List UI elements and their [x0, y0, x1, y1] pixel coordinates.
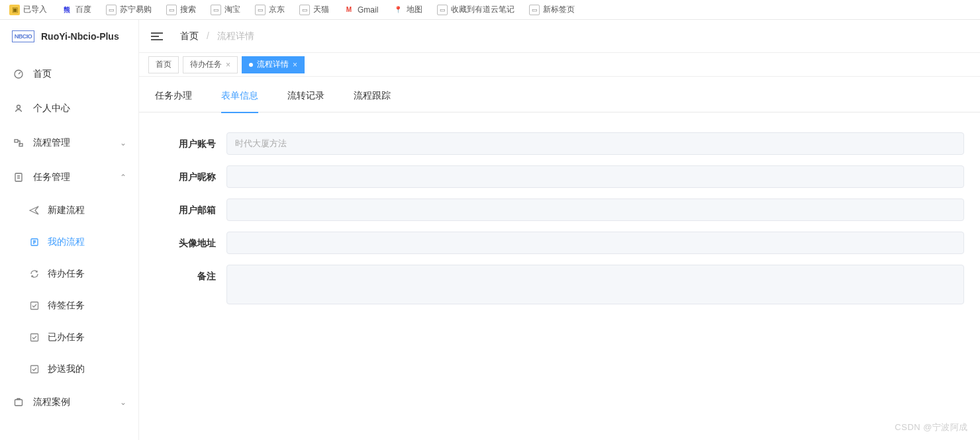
- check-icon: [29, 300, 40, 311]
- page-icon: ▭: [299, 5, 310, 15]
- form-row-3: 头像地址: [155, 232, 964, 254]
- bookmark-item[interactable]: ▣已导入: [4, 2, 52, 18]
- sidebar-item-3[interactable]: 任务管理⌃: [0, 160, 138, 195]
- my-icon: [29, 237, 40, 247]
- sidebar-subitem-4[interactable]: 已办任务: [0, 322, 138, 353]
- folder-icon: ▣: [9, 5, 20, 15]
- inner-tab-3[interactable]: 流程跟踪: [354, 89, 391, 112]
- flow-icon: [13, 138, 24, 148]
- view-tab-0[interactable]: 首页: [148, 56, 179, 73]
- form-row-4: 备注: [155, 265, 964, 304]
- form-label: 用户邮箱: [155, 198, 226, 221]
- maps-icon: 📍: [393, 5, 403, 15]
- page-icon: ▭: [437, 5, 448, 15]
- bookmark-label: 天猫: [313, 4, 329, 15]
- form-input-0[interactable]: [226, 132, 964, 155]
- svg-rect-4: [15, 173, 22, 181]
- bookmark-item[interactable]: ▭天猫: [294, 2, 334, 18]
- bookmark-item[interactable]: ▭苏宁易购: [101, 2, 157, 18]
- bookmark-label: Gmail: [358, 5, 378, 15]
- bookmark-item[interactable]: 熊百度: [56, 2, 97, 18]
- submenu: 新建流程我的流程待办任务待签任务已办任务抄送我的: [0, 195, 138, 385]
- user-icon: [13, 103, 24, 114]
- sidebar-subitem-3[interactable]: 待签任务: [0, 290, 138, 322]
- check-icon: [29, 364, 40, 374]
- form-input-4[interactable]: [226, 265, 964, 304]
- svg-point-1: [17, 105, 21, 109]
- browser-bookmark-bar: ▣已导入熊百度▭苏宁易购▭搜索▭淘宝▭京东▭天猫MGmail📍地图▭收藏到有道云…: [0, 0, 980, 20]
- sidebar-item-4[interactable]: 流程案例⌄: [0, 385, 138, 419]
- page-icon: ▭: [106, 5, 117, 15]
- sidebar-subitem-5[interactable]: 抄送我的: [0, 353, 138, 385]
- page-icon: ▭: [211, 5, 221, 15]
- view-tabs-bar: 首页待办任务×流程详情×: [139, 53, 980, 77]
- bookmark-label: 京东: [269, 4, 285, 15]
- top-nav: 首页 / 流程详情: [139, 20, 980, 53]
- case-icon: [13, 397, 24, 408]
- chevron-up-icon: ⌃: [120, 173, 126, 182]
- close-icon[interactable]: ×: [293, 60, 297, 69]
- sidebar-item-label: 首页: [33, 68, 52, 80]
- form-input-3[interactable]: [226, 232, 964, 254]
- page-icon: ▭: [529, 5, 540, 15]
- brand[interactable]: NBCIO RuoYi-Nbcio-Plus: [0, 20, 138, 53]
- sidebar-subitem-label: 新建流程: [48, 204, 85, 216]
- sidebar-subitem-label: 我的流程: [48, 236, 85, 248]
- close-icon[interactable]: ×: [226, 60, 230, 69]
- app-root: NBCIO RuoYi-Nbcio-Plus 首页个人中心流程管理⌄任务管理⌃新…: [0, 20, 980, 440]
- bookmark-item[interactable]: MGmail: [338, 2, 383, 18]
- check-icon: [29, 332, 40, 343]
- bookmark-item[interactable]: ▭新标签页: [524, 2, 580, 18]
- bookmark-label: 收藏到有道云笔记: [451, 4, 514, 15]
- form-label: 头像地址: [155, 232, 226, 254]
- bookmark-item[interactable]: ▭京东: [250, 2, 290, 18]
- sidebar-item-1[interactable]: 个人中心: [0, 91, 138, 126]
- inner-tab-0[interactable]: 任务办理: [155, 89, 192, 112]
- form-row-1: 用户昵称: [155, 165, 964, 188]
- bookmark-label: 已导入: [23, 4, 47, 15]
- breadcrumb-current: 流程详情: [217, 30, 254, 41]
- bookmark-item[interactable]: ▭搜索: [161, 2, 201, 18]
- bookmark-item[interactable]: ▭淘宝: [205, 2, 246, 18]
- form-input-2[interactable]: [226, 198, 964, 221]
- breadcrumb-home[interactable]: 首页: [180, 30, 199, 41]
- inner-tab-1[interactable]: 表单信息: [221, 89, 258, 112]
- form-input-1[interactable]: [226, 165, 964, 188]
- brand-title: RuoYi-Nbcio-Plus: [41, 31, 119, 42]
- sidebar-subitem-label: 待办任务: [48, 268, 85, 280]
- sidebar-item-2[interactable]: 流程管理⌄: [0, 126, 138, 160]
- svg-rect-2: [15, 140, 18, 142]
- bookmark-item[interactable]: 📍地图: [387, 2, 428, 18]
- svg-rect-8: [31, 366, 38, 373]
- sidebar-subitem-1[interactable]: 我的流程: [0, 226, 138, 258]
- view-tab-label: 待办任务: [190, 59, 222, 70]
- baidu-icon: 熊: [62, 5, 72, 15]
- page-icon: ▭: [255, 5, 266, 15]
- bookmark-item[interactable]: ▭收藏到有道云笔记: [432, 2, 520, 18]
- form-label: 用户账号: [155, 132, 226, 155]
- inner-tab-2[interactable]: 流转记录: [287, 89, 324, 112]
- dashboard-icon: [13, 69, 24, 79]
- content: 任务办理表单信息流转记录流程跟踪 用户账号用户昵称用户邮箱头像地址备注 CSDN…: [139, 77, 980, 440]
- svg-rect-6: [31, 302, 38, 310]
- svg-rect-7: [31, 334, 38, 341]
- view-tab-label: 流程详情: [257, 59, 289, 70]
- sidebar-subitem-label: 待签任务: [48, 300, 85, 312]
- gmail-icon: M: [344, 5, 354, 15]
- sidebar-item-0[interactable]: 首页: [0, 57, 138, 91]
- view-tab-label: 首页: [156, 59, 172, 70]
- view-tab-1[interactable]: 待办任务×: [183, 56, 238, 73]
- bookmark-label: 苏宁易购: [120, 4, 152, 15]
- chevron-down-icon: ⌄: [120, 398, 126, 407]
- sidebar-subitem-0[interactable]: 新建流程: [0, 195, 138, 226]
- watermark: CSDN @宁波阿成: [895, 421, 968, 433]
- hamburger-icon[interactable]: [151, 30, 164, 43]
- form-label: 用户昵称: [155, 165, 226, 188]
- sidebar-subitem-label: 抄送我的: [48, 363, 85, 375]
- bookmark-label: 淘宝: [224, 4, 240, 15]
- view-tab-2[interactable]: 流程详情×: [242, 56, 305, 73]
- brand-logo-icon: NBCIO: [12, 30, 34, 42]
- bookmark-label: 搜索: [180, 4, 196, 15]
- sidebar-item-label: 流程案例: [33, 396, 70, 408]
- sidebar-subitem-2[interactable]: 待办任务: [0, 258, 138, 290]
